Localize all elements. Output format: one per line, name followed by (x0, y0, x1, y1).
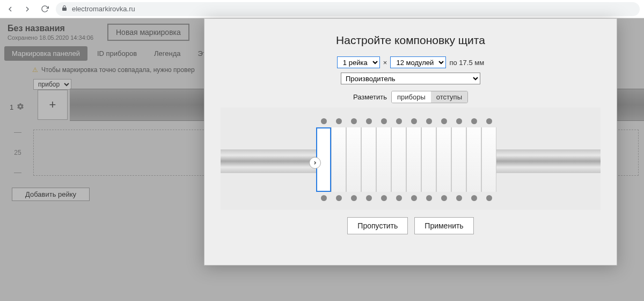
terminal-hole-icon (426, 195, 432, 201)
seg-offsets[interactable]: отступы (431, 91, 467, 103)
terminal-hole-icon (336, 195, 342, 201)
module-slot[interactable] (376, 115, 391, 204)
module-slot[interactable] (421, 115, 436, 204)
multiply-sign: × (383, 59, 387, 67)
forward-button[interactable] (21, 3, 33, 15)
module-body (481, 127, 496, 192)
terminal-hole-icon (441, 118, 447, 124)
module-slot[interactable] (361, 115, 376, 204)
module-body (466, 127, 481, 192)
module-slot[interactable] (466, 115, 481, 204)
skip-button[interactable]: Пропустить (347, 217, 408, 234)
seg-devices[interactable]: приборы (392, 91, 431, 103)
chevron-right-icon[interactable] (309, 157, 321, 169)
terminal-hole-icon (411, 195, 417, 201)
terminal-hole-icon (396, 118, 402, 124)
address-bar[interactable]: electromarkirovka.ru (56, 2, 640, 16)
manufacturer-row: Производитель (204, 73, 617, 84)
browser-chrome: electromarkirovka.ru (0, 0, 644, 18)
terminal-hole-icon (441, 195, 447, 201)
module-body (391, 127, 406, 192)
terminal-hole-icon (471, 118, 477, 124)
url-text: electromarkirovka.ru (72, 5, 135, 13)
modal-actions: Пропустить Применить (204, 210, 617, 234)
din-preview (221, 108, 601, 210)
terminal-hole-icon (381, 118, 387, 124)
terminal-hole-icon (486, 118, 492, 124)
apply-button[interactable]: Применить (414, 217, 473, 234)
module-slot[interactable] (391, 115, 406, 204)
layout-mode-row: Разметить приборы отступы (204, 91, 617, 103)
module-body (436, 127, 451, 192)
terminal-hole-icon (456, 195, 462, 201)
terminal-hole-icon (426, 118, 432, 124)
module-slot[interactable] (451, 115, 466, 204)
module-body (346, 127, 361, 192)
terminal-hole-icon (321, 195, 327, 201)
terminal-hole-icon (486, 195, 492, 201)
rail-count-select[interactable]: 1 рейка (337, 56, 380, 68)
module-pitch-label: по 17.5 мм (449, 59, 484, 67)
module-body (451, 127, 466, 192)
module-body (361, 127, 376, 192)
terminal-hole-icon (411, 118, 417, 124)
reload-button[interactable] (39, 3, 50, 15)
manufacturer-select[interactable]: Производитель (341, 73, 480, 84)
terminal-hole-icon (456, 118, 462, 124)
module-body (421, 127, 436, 192)
layout-mode-label: Разметить (353, 93, 387, 101)
module-slot[interactable] (481, 115, 496, 204)
terminal-hole-icon (336, 118, 342, 124)
layout-mode-segmented: приборы отступы (391, 91, 468, 103)
terminal-hole-icon (471, 195, 477, 201)
module-slot[interactable] (406, 115, 421, 204)
terminal-hole-icon (366, 118, 372, 124)
modal-title: Настройте компоновку щита (204, 19, 617, 56)
lock-icon (61, 5, 68, 13)
back-button[interactable] (4, 3, 16, 15)
terminal-hole-icon (366, 195, 372, 201)
module-body (376, 127, 391, 192)
terminal-hole-icon (321, 118, 327, 124)
module-count-select[interactable]: 12 модулей (390, 56, 446, 68)
layout-modal: Настройте компоновку щита 1 рейка × 12 м… (204, 18, 617, 266)
module-slot[interactable] (346, 115, 361, 204)
config-row: 1 рейка × 12 модулей по 17.5 мм (204, 56, 617, 68)
module-row (316, 115, 496, 204)
module-body (406, 127, 421, 192)
module-slot[interactable] (436, 115, 451, 204)
module-body (331, 127, 346, 192)
terminal-hole-icon (351, 195, 357, 201)
module-slot[interactable] (331, 115, 346, 204)
terminal-hole-icon (381, 195, 387, 201)
terminal-hole-icon (396, 195, 402, 201)
terminal-hole-icon (351, 118, 357, 124)
